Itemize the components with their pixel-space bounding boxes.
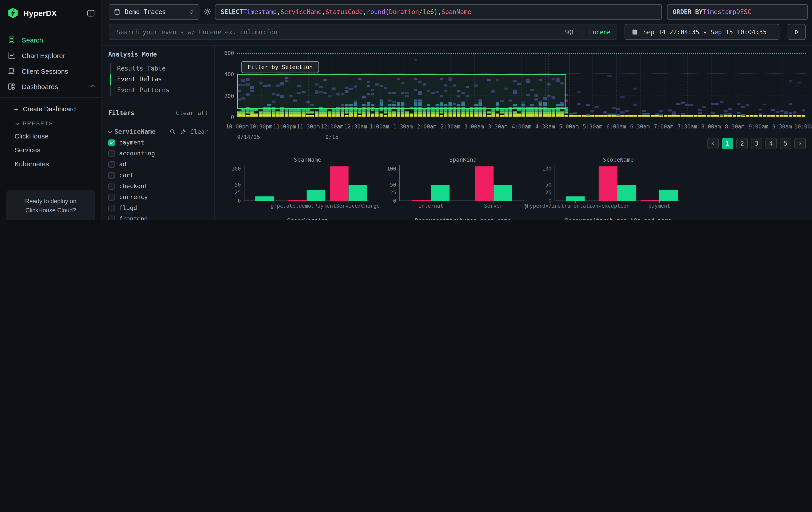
heatmap-cell — [302, 111, 306, 113]
heatmap-cell — [526, 114, 530, 116]
source-select[interactable]: Demo Traces — [109, 4, 199, 20]
checkbox[interactable] — [108, 172, 115, 179]
create-dashboard-button[interactable]: + Create Dashboard — [0, 102, 102, 117]
lang-toggle-lucene[interactable]: Lucene — [589, 28, 611, 36]
sidebar-item-client-sessions[interactable]: Client Sessions — [0, 63, 102, 79]
heatmap-cell — [401, 111, 405, 113]
heatmap-cell — [328, 111, 331, 113]
filter-option-checkout[interactable]: checkout — [108, 182, 208, 190]
analysis-mode-results-table[interactable]: Results Table — [110, 63, 208, 74]
heatmap-cell — [392, 111, 396, 113]
filter-section-header-servicename[interactable]: ServiceNameClear — [108, 128, 208, 135]
lang-toggle-sql[interactable]: SQL — [564, 28, 575, 36]
heatmap-cell — [466, 111, 469, 113]
analysis-mode-event-deltas[interactable]: Event Deltas — [110, 74, 208, 85]
filter-option-frontend[interactable]: frontend — [108, 215, 208, 220]
heatmap-cell — [642, 110, 646, 112]
heatmap-cell — [789, 115, 792, 116]
heatmap-cell — [250, 109, 254, 111]
pagination-page-4[interactable]: 4 — [765, 138, 777, 149]
sql-token: Timestamp — [243, 8, 277, 16]
sidebar-collapse-icon[interactable] — [86, 8, 95, 17]
filter-option-payment[interactable]: payment — [108, 139, 208, 146]
heatmap-cell — [569, 113, 573, 115]
heatmap-cell — [603, 111, 607, 113]
checkbox[interactable] — [108, 161, 115, 168]
pin-icon[interactable] — [180, 128, 186, 135]
heatmap-cell — [702, 115, 706, 116]
checkbox[interactable] — [108, 215, 115, 220]
heatmap-cell — [577, 91, 581, 93]
sql-editor[interactable]: SELECT Timestamp, ServiceName, StatusCod… — [215, 4, 662, 20]
checkbox[interactable] — [108, 193, 115, 200]
checkbox[interactable] — [108, 183, 115, 189]
sidebar-item-services[interactable]: Services — [0, 143, 102, 157]
sidebar-subnav: + Create Dashboard PRESETS ClickHouseSer… — [0, 98, 102, 171]
magnifier-icon[interactable] — [169, 128, 176, 135]
filter-option-accounting[interactable]: accounting — [108, 150, 208, 157]
analysis-mode-event-patterns[interactable]: Event Patterns — [110, 85, 208, 96]
heatmap-cell — [728, 115, 732, 116]
filter-option-cart[interactable]: cart — [108, 172, 208, 179]
pagination-page-2[interactable]: 2 — [736, 138, 748, 149]
heatmap-cell — [664, 115, 667, 116]
filter-option-ad[interactable]: ad — [108, 161, 208, 168]
heatmap-selection-box[interactable] — [237, 74, 566, 109]
heatmap-gridline — [687, 53, 688, 116]
heatmap-cell — [345, 109, 349, 111]
chart-xtick-label: grpc.oteldemo.PaymentService/Charge — [270, 203, 380, 209]
heatmap-cell — [263, 109, 267, 111]
chart-ytick-label: 25 — [537, 190, 551, 196]
presets-toggle[interactable]: PRESETS — [0, 117, 102, 129]
sidebar-item-clickhouse[interactable]: ClickHouse — [0, 129, 102, 143]
heatmap-cell — [414, 111, 417, 113]
heatmap-cell — [608, 113, 611, 115]
heatmap-xtick-label: 3:00am — [464, 123, 484, 130]
heatmap-cell — [543, 111, 547, 113]
pagination-page-1[interactable]: 1 — [722, 138, 733, 149]
heatmap-xtick-label: 3:30am — [488, 123, 508, 130]
heatmap-cell — [383, 115, 387, 116]
search-input[interactable] — [115, 28, 559, 36]
heatmap-cell — [280, 109, 284, 111]
checkbox-checked[interactable] — [108, 139, 115, 146]
chart-xtick-mark — [348, 201, 349, 203]
heatmap-cell — [728, 113, 732, 115]
heatmap-cell — [556, 111, 560, 113]
order-by-editor[interactable]: ORDER BY Timestamp DESC — [667, 4, 808, 20]
gear-icon[interactable] — [203, 8, 211, 16]
pagination-prev-button[interactable]: ‹ — [707, 138, 719, 149]
date-range-picker[interactable]: Sep 14 22:04:35 - Sep 15 10:04:35 — [625, 24, 779, 40]
run-query-button[interactable] — [788, 24, 806, 40]
search-doc-icon — [7, 36, 16, 44]
pagination-page-5[interactable]: 5 — [780, 138, 791, 149]
filter-option-label: checkout — [119, 182, 148, 190]
sidebar-item-kubernetes[interactable]: Kubernetes — [0, 157, 102, 171]
heatmap-cell — [784, 115, 788, 116]
heatmap-cell — [737, 115, 741, 116]
pagination-next-button[interactable]: › — [794, 138, 806, 149]
heatmap-cell — [383, 111, 387, 113]
filter-option-flagd[interactable]: flagd — [108, 204, 208, 212]
sidebar-item-chart-explorer[interactable]: Chart Explorer — [0, 48, 102, 63]
heatmap-cell — [509, 111, 512, 113]
filter-by-selection-button[interactable]: Filter by Selection — [241, 61, 319, 73]
sidebar-item-search[interactable]: Search — [0, 32, 102, 48]
pagination-page-3[interactable]: 3 — [751, 138, 762, 149]
heatmap-cell — [297, 111, 301, 113]
heatmap-cell — [353, 114, 357, 116]
heatmap-xtick-label: 9:30am — [772, 123, 792, 130]
heatmap-cell — [586, 104, 590, 106]
sidebar-item-dashboards[interactable]: Dashboards — [0, 79, 102, 95]
clear-all-button[interactable]: Clear all — [176, 109, 208, 117]
checkbox[interactable] — [108, 150, 115, 157]
filter-section-clear-button[interactable]: Clear — [190, 128, 208, 135]
checkbox[interactable] — [108, 204, 115, 211]
filter-option-currency[interactable]: currency — [108, 193, 208, 200]
heatmap-cell — [423, 109, 426, 111]
chart-bar — [493, 185, 512, 201]
heatmap-cell — [397, 109, 401, 111]
sql-token: / — [419, 8, 423, 16]
heatmap-cell — [509, 109, 512, 111]
heatmap-plot[interactable]: Filter by Selection — [237, 53, 806, 117]
